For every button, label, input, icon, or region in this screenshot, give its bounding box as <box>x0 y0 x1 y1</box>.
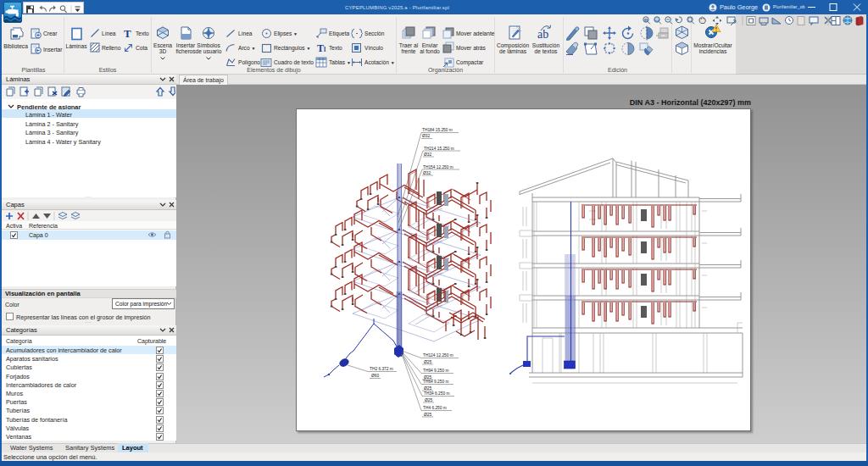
svg-text:Ø60: Ø60 <box>371 374 379 378</box>
svg-text:Ø32: Ø32 <box>422 134 430 138</box>
svg-text:TH154 12.250 m: TH154 12.250 m <box>423 165 453 169</box>
svg-text:TH214 15.250 m: TH214 15.250 m <box>424 147 454 151</box>
svg-text:R: R <box>644 18 648 23</box>
svg-text:Ø25: Ø25 <box>424 413 431 417</box>
svg-text:TH94 9.250 m: TH94 9.250 m <box>423 369 448 373</box>
svg-text:Ø25: Ø25 <box>424 386 431 391</box>
svg-text:Ø32: Ø32 <box>423 171 431 175</box>
svg-text:Ø25: Ø25 <box>424 375 431 380</box>
svg-text:TH4 6.250 m: TH4 6.250 m <box>423 406 447 410</box>
svg-text:Ø25: Ø25 <box>424 360 431 364</box>
svg-text:TH2 6.372 m: TH2 6.372 m <box>370 367 393 371</box>
svg-text:TH124 12.250 m: TH124 12.250 m <box>423 353 453 358</box>
svg-text:TH64 9.250 m: TH64 9.250 m <box>423 380 448 384</box>
svg-text:TH184 15.250 m: TH184 15.250 m <box>422 128 453 132</box>
svg-text:Ø32: Ø32 <box>424 153 431 157</box>
svg-text:Ø25: Ø25 <box>425 398 432 402</box>
svg-text:TH34 6.250 m: TH34 6.250 m <box>424 391 449 396</box>
